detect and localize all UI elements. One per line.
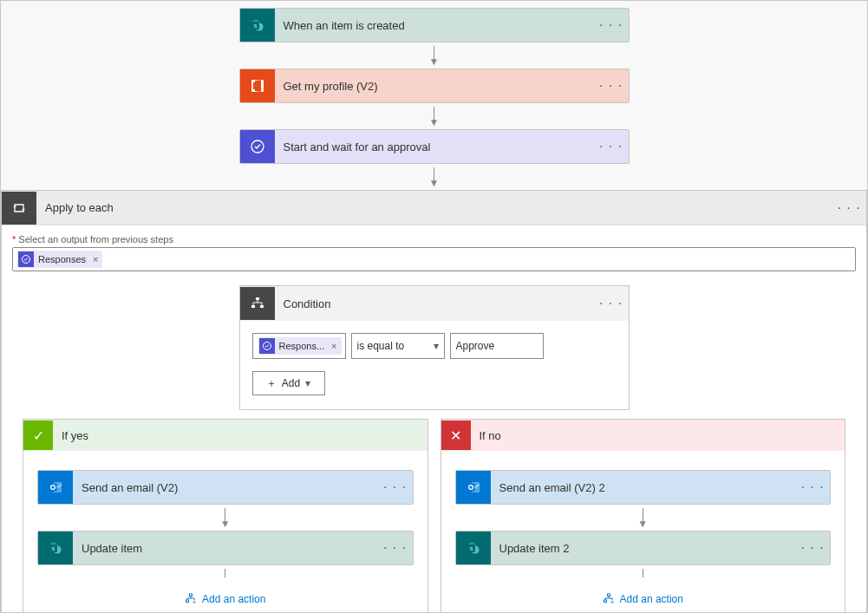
svg-rect-30 — [467, 484, 474, 492]
svg-rect-22 — [190, 594, 193, 597]
connector-arrow — [225, 569, 225, 577]
condition-icon — [240, 287, 275, 320]
connector-arrow: ▼ — [220, 508, 231, 527]
svg-text:+: + — [193, 598, 197, 606]
condition-add-button[interactable]: ＋ Add ▾ — [252, 371, 325, 395]
approval-icon — [240, 130, 275, 163]
action-send-email-no[interactable]: Send an email (V2) 2 · · · — [455, 470, 832, 505]
token-remove-button[interactable]: × — [331, 341, 336, 351]
step-title: Get my profile (V2) — [275, 80, 594, 93]
step-title: Update item — [73, 542, 378, 555]
svg-rect-12 — [251, 305, 255, 308]
svg-rect-27 — [186, 600, 189, 603]
condition-body: Respons... × is equal to ▾ Approve — [240, 321, 629, 409]
step-menu-button[interactable]: · · · — [594, 78, 629, 94]
apply-to-each-title: Apply to each — [36, 201, 832, 214]
token-label: Respons... — [279, 341, 325, 351]
condition-header[interactable]: Condition · · · — [240, 286, 629, 321]
action-update-item-no[interactable]: S Update item 2 · · · — [455, 531, 832, 565]
apply-to-each-body: * Select an output from previous steps R… — [2, 225, 866, 613]
plus-icon: ＋ — [266, 376, 277, 391]
condition-branches: ✓ If yes Send an email (V2) · · · ▼ — [12, 419, 856, 613]
token-response[interactable]: Respons... × — [258, 337, 342, 355]
svg-text:S: S — [52, 545, 55, 552]
token-responses[interactable]: Responses × — [17, 251, 102, 268]
sharepoint-icon: S — [38, 531, 73, 564]
output-field-label: * Select an output from previous steps — [12, 234, 856, 245]
outlook-icon — [456, 471, 491, 504]
condition-operator-dropdown[interactable]: is equal to ▾ — [351, 333, 445, 359]
step-menu-button[interactable]: · · · — [795, 540, 830, 556]
connector-arrow: ▼ — [429, 107, 440, 126]
token-remove-button[interactable]: × — [93, 254, 98, 264]
add-action-link-yes[interactable]: + Add an action — [185, 593, 265, 605]
svg-rect-13 — [260, 305, 264, 308]
branch-if-yes: ✓ If yes Send an email (V2) · · · ▼ — [23, 419, 428, 613]
add-action-link-no[interactable]: + Add an action — [603, 593, 683, 605]
step-title: Update item 2 — [491, 542, 796, 555]
add-action-icon: + — [603, 593, 615, 605]
branch-no-body: Send an email (V2) 2 · · · ▼ S Update it… — [441, 451, 845, 613]
branch-yes-header[interactable]: ✓ If yes — [23, 420, 427, 451]
svg-rect-36 — [607, 594, 610, 597]
branch-yes-body: Send an email (V2) · · · ▼ S Update item… — [23, 451, 427, 613]
svg-rect-16 — [49, 484, 57, 492]
apply-to-each-container: Apply to each · · · * Select an output f… — [1, 190, 867, 613]
cross-icon: ✕ — [441, 421, 471, 450]
svg-rect-41 — [604, 600, 606, 603]
branch-if-no: ✕ If no Send an email (V2) 2 · · · ▼ — [441, 419, 846, 613]
output-field-input[interactable]: Responses × — [12, 247, 856, 271]
step-menu-button[interactable]: · · · — [594, 17, 629, 33]
apply-to-each-header[interactable]: Apply to each · · · — [2, 191, 866, 225]
step-menu-button[interactable]: · · · — [795, 479, 830, 495]
check-icon: ✓ — [23, 421, 53, 450]
action-send-email-yes[interactable]: Send an email (V2) · · · — [37, 470, 414, 505]
loop-icon — [2, 192, 36, 225]
flow-designer-canvas: S When an item is created · · · ▼ Get my… — [0, 0, 868, 613]
chevron-down-icon: ▾ — [305, 377, 310, 389]
branch-title: If yes — [53, 429, 88, 442]
office-icon — [240, 69, 275, 102]
connector-arrow — [643, 569, 643, 577]
trigger-when-item-created[interactable]: S When an item is created · · · — [239, 8, 630, 42]
action-get-my-profile[interactable]: Get my profile (V2) · · · — [239, 68, 630, 103]
svg-rect-7 — [256, 297, 259, 300]
step-menu-button[interactable]: · · · — [378, 479, 413, 495]
sharepoint-icon: S — [456, 531, 491, 564]
step-title: Send an email (V2) — [73, 481, 378, 494]
approval-token-icon — [18, 251, 34, 267]
approval-token-icon — [259, 338, 275, 354]
add-action-icon: + — [185, 593, 197, 605]
chevron-down-icon: ▾ — [434, 340, 439, 352]
branch-title: If no — [471, 429, 501, 442]
step-title: Send an email (V2) 2 — [491, 481, 796, 494]
token-label: Responses — [38, 254, 86, 264]
connector-arrow: ▼ — [637, 508, 648, 527]
condition-card: Condition · · · Respons... × — [239, 285, 630, 410]
step-menu-button[interactable]: · · · — [832, 200, 866, 216]
step-menu-button[interactable]: · · · — [594, 296, 629, 311]
condition-title: Condition — [275, 297, 594, 310]
condition-operand-right[interactable]: Approve — [450, 333, 544, 359]
sharepoint-icon: S — [240, 9, 275, 42]
step-menu-button[interactable]: · · · — [378, 540, 413, 556]
top-flow-steps: S When an item is created · · · ▼ Get my… — [1, 1, 867, 190]
step-title: Start and wait for an approval — [275, 140, 594, 153]
action-start-wait-approval[interactable]: Start and wait for an approval · · · — [239, 129, 630, 164]
connector-arrow: ▼ — [429, 46, 440, 65]
svg-text:S: S — [253, 23, 257, 29]
svg-text:+: + — [610, 598, 614, 606]
condition-row: Respons... × is equal to ▾ Approve — [252, 333, 617, 359]
condition-operand-left[interactable]: Respons... × — [252, 333, 346, 359]
connector-arrow: ▼ — [429, 167, 440, 186]
action-update-item-yes[interactable]: S Update item · · · — [37, 531, 414, 565]
svg-text:S: S — [469, 545, 473, 552]
step-menu-button[interactable]: · · · — [594, 139, 629, 154]
step-title: When an item is created — [275, 19, 594, 32]
outlook-icon — [38, 471, 73, 504]
branch-no-header[interactable]: ✕ If no — [441, 420, 845, 451]
